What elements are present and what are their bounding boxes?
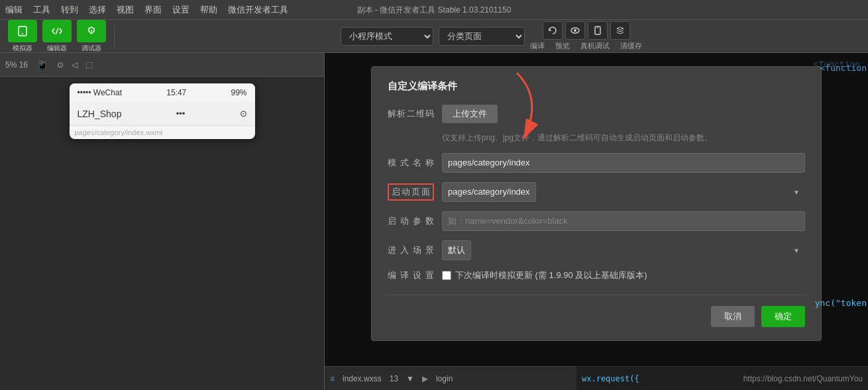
svg-point-1 [22,33,23,34]
menu-item-settings[interactable]: 设置 [172,4,190,16]
qrcode-row: 解析二维码 上传文件 [388,105,805,123]
startup-label: 启动页面 [388,183,434,201]
toolbar-right-buttons [543,21,630,40]
upload-button[interactable]: 上传文件 [442,105,498,123]
startup-params-row: 启动参数 [388,211,805,231]
more-icon: ••• [176,109,186,119]
simulate-update-checkbox[interactable] [442,271,451,280]
mobile-debug-icon [593,26,602,35]
compile-settings-row: 编译设置 下次编译时模拟更新 (需 1.9.90 及以上基础库版本) [388,269,805,281]
startup-page-row: 启动页面 pages/category/index [388,182,805,202]
folder-name[interactable]: login [436,374,453,383]
svg-line-2 [56,28,58,34]
mode-name-row: 模式名称 [388,153,805,173]
menu-item-view[interactable]: 视图 [117,4,134,16]
dialog-title: 自定义编译条件 [388,80,805,93]
phone-frame: ••••• WeChat 15:47 99% LZH_Shop ••• ⊙ pa… [0,77,324,390]
camera-icon: ⊙ [240,109,247,119]
carrier-display: ••••• WeChat [78,88,122,97]
phone-status-bar: ••••• WeChat 15:47 99% [70,83,255,102]
chevron-down-icon: ▼ [406,374,414,383]
simulator-toolbar: 5% 16 📱 ⊙ ◁ ⬚ [0,53,324,77]
bottom-file-bar: ≡ index.wxss 13 ▼ ▶ login [325,366,576,390]
phone-simulator: ••••• WeChat 15:47 99% LZH_Shop ••• ⊙ pa… [70,83,255,139]
editor-label: 编辑器 [47,44,67,53]
params-input[interactable] [442,211,805,231]
simulator-tool: 模拟器 [8,20,37,53]
menu-item-help[interactable]: 帮助 [200,4,217,16]
phone-toolbar-icon: 📱 [36,58,49,71]
debugger-tool: 调试器 [77,20,106,53]
mode-select[interactable]: 小程序模式 [341,27,433,46]
scale-display: 5% 16 [5,60,28,70]
compile-checkbox-label: 下次编译时模拟更新 (需 1.9.90 及以上基础库版本) [455,269,647,281]
page-select[interactable]: 分类页面 [439,27,525,46]
debugger-icon [86,26,97,36]
toolbar-right: 编译 预览 真机调试 清缓存 [530,21,642,51]
simulator-button[interactable] [8,20,37,42]
phone-nav-bar: LZH_Shop ••• ⊙ [70,102,255,126]
app-title: 副本 - 微信开发者工具 Stable 1.03.2101150 [357,5,512,16]
battery-display: 99% [231,88,246,97]
editor-button[interactable] [42,20,72,42]
menu-item-edit[interactable]: 编辑 [5,4,23,16]
params-label: 启动参数 [388,215,434,227]
volume-icon: ◁ [72,60,78,70]
toolbar: 模拟器 编辑器 调试器 小程序模式 分类页面 [0,20,868,53]
file-name[interactable]: index.wxss [343,374,382,383]
layers-icon [616,26,625,35]
debugger-label: 调试器 [81,44,101,53]
menu-item-wechat[interactable]: 微信开发者工具 [228,4,288,16]
compile-settings-label: 编译设置 [388,269,434,281]
right-code-function: <function [820,63,867,73]
mode-label: 模式名称 [388,157,434,169]
simulator-label: 模拟器 [13,44,32,53]
svg-point-5 [574,29,576,32]
file-icon: ≡ [330,374,335,383]
toolbar-separator [114,25,115,48]
preview-button[interactable] [565,21,585,40]
refresh-icon [548,26,557,35]
qrcode-label: 解析二维码 [388,108,434,120]
cancel-button[interactable]: 取消 [711,306,755,327]
clear-cache-label[interactable]: 清缓存 [620,41,642,51]
real-debug-button[interactable] [588,21,608,40]
preview-label[interactable]: 预览 [555,41,570,51]
shop-name-display: LZH_Shop [78,109,122,119]
screen-icon: ⬚ [85,60,93,70]
scene-row: 进入场景 默认 [388,240,805,260]
scene-select[interactable]: 默认 [442,240,471,260]
startup-page-select[interactable]: pages/category/index [442,182,536,202]
code-icon [52,26,62,36]
real-debug-label[interactable]: 真机调试 [580,41,610,51]
folder-expand-icon: ▶ [422,374,428,383]
blog-url[interactable]: https://blog.csdn.net/QuantumYou [743,374,863,383]
time-display: 15:47 [166,88,186,97]
record-icon: ⊙ [57,60,64,70]
refresh-button[interactable] [543,21,563,40]
startup-page-wrapper: pages/category/index [442,182,805,202]
file-line-number: 13 [390,374,398,383]
clear-cache-button[interactable] [610,21,630,40]
hint-text: 仅支持上传png、jpg文件，通过解析二维码可自动生成启动页面和启动参数。 [442,132,805,144]
menu-item-tools[interactable]: 工具 [33,4,50,16]
menu-item-interface[interactable]: 界面 [144,4,162,16]
scene-label: 进入场景 [388,244,434,256]
checkbox-row: 下次编译时模拟更新 (需 1.9.90 及以上基础库版本) [442,269,647,281]
menu-item-select[interactable]: 选择 [89,4,106,16]
compile-label[interactable]: 编译 [530,41,545,51]
custom-compile-dialog: 自定义编译条件 解析二维码 上传文件 仅支持上传png、jpg文件，通过解析二维… [371,66,822,341]
confirm-button[interactable]: 确定 [761,306,805,327]
editor-tool: 编辑器 [42,20,72,53]
scene-wrapper: 默认 [442,240,805,260]
toolbar-center: 小程序模式 分类页面 [123,21,860,51]
compile-labels: 编译 预览 真机调试 清缓存 [530,41,642,51]
eye-icon [570,26,580,35]
right-code-token: ync("token [815,298,867,308]
dialog-overlay: 自定义编译条件 解析二维码 上传文件 仅支持上传png、jpg文件，通过解析二维… [325,53,868,390]
menu-bar: 编辑 工具 转到 选择 视图 界面 设置 帮助 微信开发者工具 副本 - 微信开… [0,0,868,20]
debugger-button[interactable] [77,20,106,42]
phone-icon [17,26,28,36]
mode-input[interactable] [442,153,805,173]
menu-item-goto[interactable]: 转到 [61,4,78,16]
